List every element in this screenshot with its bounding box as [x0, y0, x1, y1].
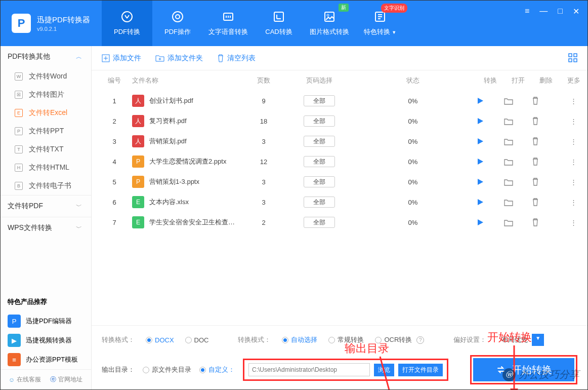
reco-item-2[interactable]: ≡办公资源PPT模板 — [1, 350, 91, 369]
clear-list-button[interactable]: 清空列表 — [217, 54, 256, 63]
status: 0% — [350, 97, 476, 105]
delete-button[interactable] — [532, 117, 560, 125]
open-button[interactable] — [504, 158, 532, 166]
reco-item-0[interactable]: P迅捷PDF编辑器 — [1, 311, 91, 331]
nav-tab-4[interactable]: 新图片格式转换 — [304, 1, 355, 46]
sidebar-item-1[interactable]: ☒文件转图片 — [1, 86, 91, 104]
sidebar-item-0[interactable]: W文件转Word — [1, 67, 91, 86]
svg-point-1 — [173, 12, 183, 22]
sidebar-item-3[interactable]: P文件转PPT — [1, 122, 91, 140]
page-select-button[interactable]: 全部 — [304, 197, 335, 208]
convert-button[interactable] — [476, 158, 504, 166]
convert-button[interactable] — [476, 137, 504, 145]
convert-button[interactable] — [476, 218, 504, 226]
nav-tab-0[interactable]: PDF转换 — [102, 1, 152, 46]
page-select-button[interactable]: 全部 — [304, 115, 335, 127]
content-area: 添加文件 添加文件夹 清空列表 编号 文件名称 页数 页码选择 状态 转换 打开… — [92, 46, 587, 389]
open-button[interactable] — [504, 118, 532, 125]
nav-tab-2[interactable]: 文字语音转换 — [203, 1, 254, 46]
menu-icon[interactable]: ≡ — [525, 7, 529, 16]
browse-button[interactable]: 浏览 — [374, 364, 394, 376]
help-icon[interactable]: ? — [416, 336, 424, 344]
sidebar-item-2[interactable]: E文件转Excel — [1, 104, 91, 122]
status: 0% — [350, 219, 476, 226]
page-count: 9 — [238, 97, 289, 105]
customer-service-link[interactable]: ☺在线客服 — [9, 375, 41, 384]
delete-button[interactable] — [532, 218, 560, 226]
format-doc-radio[interactable]: DOC — [185, 336, 209, 344]
delete-button[interactable] — [532, 198, 560, 206]
delete-button[interactable] — [532, 97, 560, 105]
row-index: 3 — [102, 138, 127, 145]
nav-tab-5[interactable]: 文字识别特色转换 ▼ — [355, 1, 405, 46]
svg-rect-16 — [569, 54, 572, 57]
svg-rect-18 — [569, 59, 572, 62]
convert-button[interactable] — [476, 198, 504, 206]
badge-ocr: 文字识别 — [381, 4, 407, 13]
more-button[interactable]: ⋮ — [570, 219, 577, 226]
sidebar-item-5[interactable]: H文件转HTML — [1, 159, 91, 177]
convert-button[interactable] — [476, 178, 504, 186]
start-convert-button[interactable]: 开始转换 — [473, 358, 574, 381]
mode-ocr-radio[interactable]: OCR转换? — [375, 335, 424, 344]
open-button[interactable] — [504, 219, 532, 226]
trash-icon — [217, 54, 224, 62]
page-select-button[interactable]: 全部 — [304, 136, 335, 147]
svg-rect-7 — [274, 12, 283, 21]
table-row: 3 人 营销策划.pdf 3 全部 0% ⋮ — [92, 131, 587, 151]
sidebar-item-4[interactable]: T文件转TXT — [1, 140, 91, 159]
delete-button[interactable] — [532, 137, 560, 145]
nav-tab-1[interactable]: PDF操作 — [152, 1, 203, 46]
page-count: 18 — [238, 118, 289, 125]
output-orig-radio[interactable]: 原文件夹目录 — [143, 365, 191, 374]
mode-auto-radio[interactable]: 自动选择 — [282, 335, 317, 344]
sidebar-cat-wps[interactable]: WPS文件转换 ﹀ — [1, 217, 91, 239]
output-custom-radio[interactable]: 自定义： — [199, 365, 235, 374]
minimize-button[interactable]: — — [539, 7, 548, 16]
convert-button[interactable] — [476, 97, 504, 105]
add-folder-button[interactable]: 添加文件夹 — [155, 54, 203, 63]
more-button[interactable]: ⋮ — [570, 199, 577, 206]
nav-tab-3[interactable]: CAD转换 — [254, 1, 304, 46]
more-button[interactable]: ⋮ — [570, 158, 577, 166]
open-button[interactable] — [504, 97, 532, 105]
delete-button[interactable] — [532, 158, 560, 166]
convert-button[interactable] — [476, 117, 504, 125]
sidebar-cat-pdf-to-other[interactable]: PDF转换其他 ︿ — [1, 46, 91, 67]
page-select-button[interactable]: 全部 — [304, 217, 335, 228]
status: 0% — [350, 118, 476, 125]
maximize-button[interactable]: □ — [558, 7, 563, 16]
open-button[interactable] — [504, 178, 532, 186]
grid-icon — [568, 53, 577, 62]
close-button[interactable]: ✕ — [573, 7, 579, 16]
svg-marker-25 — [478, 199, 483, 205]
page-select-button[interactable]: 全部 — [304, 156, 335, 167]
page-select-button[interactable]: 全部 — [304, 95, 335, 106]
more-button[interactable]: ⋮ — [570, 118, 577, 125]
format-docx-radio[interactable]: DOCX — [146, 336, 174, 344]
delete-button[interactable] — [532, 178, 560, 186]
open-dir-button[interactable]: 打开文件目录 — [398, 364, 443, 376]
sidebar-item-6[interactable]: B文件转电子书 — [1, 177, 91, 195]
more-button[interactable]: ⋮ — [570, 178, 577, 186]
mode-label: 转换模式： — [238, 335, 271, 344]
pref-dropdown[interactable]: 布局优先▼ — [497, 334, 544, 346]
file-type-icon: T — [15, 145, 23, 153]
open-button[interactable] — [504, 199, 532, 206]
sidebar-cat-to-pdf[interactable]: 文件转PDF ﹀ — [1, 196, 91, 217]
output-path-input[interactable] — [248, 363, 370, 376]
status: 0% — [350, 199, 476, 206]
add-file-button[interactable]: 添加文件 — [102, 54, 141, 63]
mode-normal-radio[interactable]: 常规转换 — [328, 335, 364, 344]
status: 0% — [350, 138, 476, 145]
nav-icon — [222, 10, 235, 23]
open-button[interactable] — [504, 138, 532, 145]
more-button[interactable]: ⋮ — [570, 97, 577, 105]
file-type-icon: B — [15, 182, 23, 190]
grid-view-button[interactable] — [568, 53, 577, 62]
more-button[interactable]: ⋮ — [570, 138, 577, 145]
page-select-button[interactable]: 全部 — [304, 176, 335, 187]
pref-label: 偏好设置： — [453, 335, 486, 344]
official-site-link[interactable]: ⓔ官网地址 — [50, 375, 82, 384]
reco-item-1[interactable]: ▶迅捷视频转换器 — [1, 331, 91, 350]
